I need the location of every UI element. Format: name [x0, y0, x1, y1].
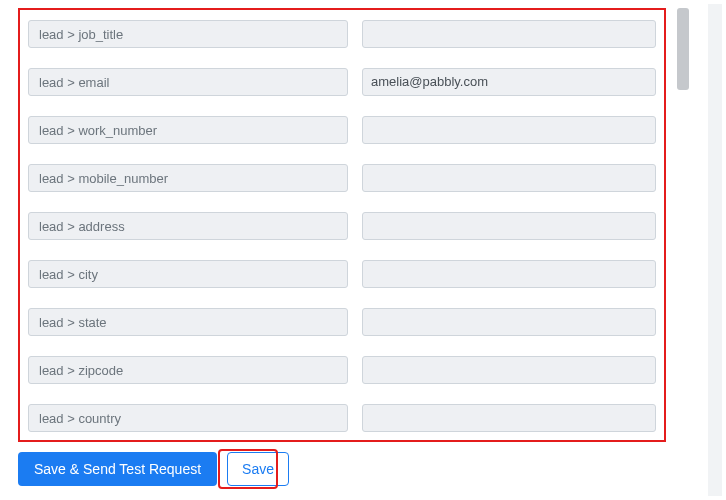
field-row: lead > job_title	[20, 10, 664, 58]
field-value-input[interactable]	[362, 68, 656, 96]
field-value-input[interactable]	[362, 212, 656, 240]
field-value-input[interactable]	[362, 20, 656, 48]
field-row: lead > work_number	[20, 106, 664, 154]
app-container: lead > job_title lead > email lead > wor…	[0, 0, 726, 500]
field-label: lead > state	[28, 308, 348, 336]
field-label: lead > email	[28, 68, 348, 96]
save-button[interactable]: Save	[227, 452, 289, 486]
field-value-input[interactable]	[362, 356, 656, 384]
field-row: lead > address	[20, 202, 664, 250]
field-label: lead > country	[28, 404, 348, 432]
field-label: lead > zipcode	[28, 356, 348, 384]
panel-scrollbar-thumb[interactable]	[677, 8, 689, 90]
save-send-test-button[interactable]: Save & Send Test Request	[18, 452, 217, 486]
field-value-input[interactable]	[362, 164, 656, 192]
field-label: lead > work_number	[28, 116, 348, 144]
field-label: lead > job_title	[28, 20, 348, 48]
field-row: lead > zipcode	[20, 346, 664, 394]
field-row: lead > country	[20, 394, 664, 440]
field-label: lead > address	[28, 212, 348, 240]
field-row: lead > mobile_number	[20, 154, 664, 202]
field-label: lead > city	[28, 260, 348, 288]
field-mapping-panel: lead > job_title lead > email lead > wor…	[18, 8, 666, 442]
field-value-input[interactable]	[362, 116, 656, 144]
field-value-input[interactable]	[362, 404, 656, 432]
field-label: lead > mobile_number	[28, 164, 348, 192]
field-row: lead > email	[20, 58, 664, 106]
field-row: lead > city	[20, 250, 664, 298]
outer-scrollbar-track	[708, 4, 722, 496]
field-row: lead > state	[20, 298, 664, 346]
field-scroll-area[interactable]: lead > job_title lead > email lead > wor…	[20, 10, 664, 440]
field-value-input[interactable]	[362, 260, 656, 288]
action-button-row: Save & Send Test Request Save	[18, 452, 289, 486]
field-value-input[interactable]	[362, 308, 656, 336]
panel-scrollbar-track[interactable]	[676, 8, 690, 442]
